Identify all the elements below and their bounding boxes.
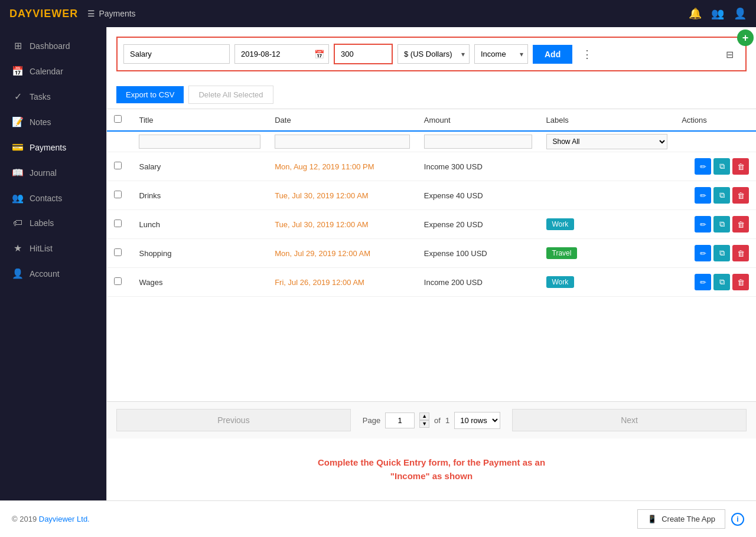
edit-button[interactable]: ✏: [695, 158, 711, 175]
page-number-input[interactable]: [385, 412, 415, 428]
filter-amount-col: [417, 131, 539, 152]
sidebar-item-labels[interactable]: 🏷 Labels: [0, 211, 106, 235]
header-title[interactable]: Title: [132, 109, 268, 131]
row-title-cell: Salary: [132, 152, 268, 181]
avatar[interactable]: 👤: [734, 7, 747, 20]
sidebar-item-label: Tasks: [30, 92, 51, 101]
edit-button[interactable]: ✏: [695, 274, 711, 290]
add-button[interactable]: Add: [533, 45, 572, 64]
row-checkbox-cell: [107, 268, 132, 297]
row-title-link[interactable]: Wages: [139, 278, 162, 287]
filter-amount-input[interactable]: [424, 135, 532, 149]
copy-button[interactable]: ⧉: [713, 187, 730, 204]
previous-button[interactable]: Previous: [116, 409, 351, 431]
row-actions-cell: ✏ ⧉ 🗑: [674, 268, 756, 297]
sidebar-item-notes[interactable]: 📝 Notes: [0, 109, 106, 135]
sidebar-item-label: Account: [30, 269, 60, 279]
row-labels-cell: [539, 181, 675, 210]
sidebar-item-hitlist[interactable]: ★ HitList: [0, 235, 106, 261]
label-badge: Work: [546, 218, 575, 230]
sidebar-item-label: Payments: [30, 143, 66, 152]
row-checkbox[interactable]: [114, 191, 122, 198]
page-stepper: ▲ ▼: [419, 412, 429, 428]
edit-button[interactable]: ✏: [695, 245, 711, 261]
filter-labels-select[interactable]: Show All Work Travel: [546, 134, 668, 149]
more-options-button[interactable]: ⋮: [577, 45, 597, 63]
next-button[interactable]: Next: [512, 409, 747, 431]
title-input[interactable]: [123, 44, 230, 64]
delete-button[interactable]: 🗑: [732, 187, 749, 204]
row-checkbox[interactable]: [114, 220, 122, 227]
sidebar-item-payments[interactable]: 💳 Payments: [0, 135, 106, 160]
row-title-link[interactable]: Salary: [139, 162, 161, 171]
row-labels-cell: [539, 152, 675, 181]
filter-date-input[interactable]: [275, 135, 410, 149]
sidebar-item-dashboard[interactable]: ⊞ Dashboard: [0, 33, 106, 58]
row-checkbox[interactable]: [114, 248, 122, 256]
delete-button[interactable]: 🗑: [732, 245, 749, 261]
row-checkbox[interactable]: [114, 162, 122, 169]
row-labels-cell: Work: [539, 210, 675, 239]
select-all-checkbox[interactable]: [114, 115, 122, 123]
plus-circle-button[interactable]: +: [737, 30, 754, 46]
nav-right: 🔔 👥 👤: [689, 7, 747, 20]
row-checkbox-cell: [107, 181, 132, 210]
of-label: of: [434, 416, 441, 425]
copy-button[interactable]: ⧉: [713, 274, 730, 290]
row-labels-cell: Travel: [539, 239, 675, 268]
create-app-button[interactable]: 📱 Create The App: [637, 509, 725, 529]
users-icon[interactable]: 👥: [711, 7, 724, 20]
sidebar-item-journal[interactable]: 📖 Journal: [0, 160, 106, 185]
export-csv-button[interactable]: Export to CSV: [116, 86, 184, 103]
row-date-link[interactable]: Tue, Jul 30, 2019 12:00 AM: [275, 220, 369, 229]
page-label: Page: [363, 416, 380, 425]
sidebar-item-account[interactable]: 👤 Account: [0, 261, 106, 286]
row-title-link[interactable]: Shopping: [139, 249, 171, 258]
row-action-btns: ✏ ⧉ 🗑: [682, 187, 749, 204]
instruction-section: Complete the Quick Entry form, for the P…: [107, 438, 756, 500]
delete-button[interactable]: 🗑: [732, 216, 749, 233]
sidebar-item-label: HitList: [30, 244, 53, 253]
sidebar-item-contacts[interactable]: 👥 Contacts: [0, 185, 106, 211]
edit-button[interactable]: ✏: [695, 187, 711, 204]
row-date-link[interactable]: Mon, Jul 29, 2019 12:00 AM: [275, 249, 370, 258]
sidebar-item-calendar[interactable]: 📅 Calendar: [0, 58, 106, 84]
label-badge: Work: [546, 276, 575, 288]
sidebar-item-label: Notes: [30, 117, 51, 127]
filter-button[interactable]: ⊟: [726, 48, 734, 60]
row-date-link[interactable]: Fri, Jul 26, 2019 12:00 AM: [275, 278, 364, 287]
row-title-link[interactable]: Lunch: [139, 220, 159, 229]
row-checkbox[interactable]: [114, 277, 122, 285]
info-icon[interactable]: i: [731, 513, 744, 526]
amount-input[interactable]: [334, 44, 393, 64]
hamburger-icon[interactable]: ☰: [87, 9, 95, 18]
copy-button[interactable]: ⧉: [713, 158, 730, 175]
quick-entry-form: 📅 $ (US Dollars) € (Euro) £ (GBP) ▾ Inco…: [116, 37, 747, 71]
type-select[interactable]: Income Expense: [474, 44, 528, 64]
calendar-picker-icon: 📅: [314, 50, 324, 59]
edit-button[interactable]: ✏: [695, 216, 711, 233]
company-link[interactable]: Dayviewer Ltd.: [39, 515, 90, 523]
delete-button[interactable]: 🗑: [732, 274, 749, 290]
notifications-icon[interactable]: 🔔: [689, 7, 702, 20]
copy-button[interactable]: ⧉: [713, 216, 730, 233]
rows-per-page-select[interactable]: 10 rows 25 rows 50 rows: [454, 412, 500, 429]
header-amount[interactable]: Amount: [417, 109, 539, 131]
delete-all-button[interactable]: Delete All Selected: [188, 86, 273, 104]
page-up-button[interactable]: ▲: [419, 412, 429, 420]
sidebar-item-label: Calendar: [30, 67, 63, 76]
page-down-button[interactable]: ▼: [419, 420, 429, 428]
row-date-link[interactable]: Mon, Aug 12, 2019 11:00 PM: [275, 162, 374, 171]
type-select-wrapper: Income Expense ▾: [474, 44, 528, 64]
copy-button[interactable]: ⧉: [713, 245, 730, 261]
row-amount-cell: Expense 20 USD: [417, 210, 539, 239]
sidebar-item-tasks[interactable]: ✓ Tasks: [0, 84, 106, 109]
row-title-link[interactable]: Drinks: [139, 191, 161, 200]
header-labels: Labels: [539, 109, 675, 131]
row-date-link[interactable]: Tue, Jul 30, 2019 12:00 AM: [275, 191, 369, 200]
header-date[interactable]: Date: [268, 109, 417, 131]
filter-actions-col: [674, 131, 756, 152]
currency-select[interactable]: $ (US Dollars) € (Euro) £ (GBP): [397, 44, 470, 64]
delete-button[interactable]: 🗑: [732, 158, 749, 175]
filter-title-input[interactable]: [139, 135, 260, 149]
